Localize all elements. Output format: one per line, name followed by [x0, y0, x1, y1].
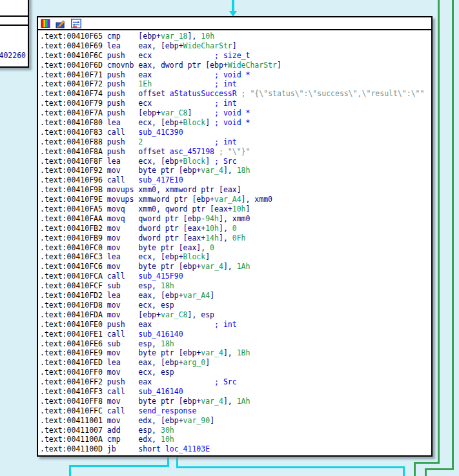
graph-edge-incoming-line [232, 0, 234, 12]
node-toolbar [38, 17, 431, 30]
code-line[interactable]: .text:00410F9E movups xmmword ptr [ebp+v… [40, 195, 431, 204]
code-line[interactable]: .text:00410F74 push offset aStatusSucces… [40, 89, 431, 99]
code-line[interactable]: .text:00410FE0 push eax ; int [40, 320, 431, 330]
code-line[interactable]: .text:00410F65 cmp [ebp+var_18], 10h [40, 32, 431, 41]
code-line[interactable]: .text:00410FD8 mov ecx, esp [40, 301, 431, 310]
code-line[interactable]: .text:00410FFC call send_response [40, 406, 431, 416]
graph-edge-out-left-horizontal [69, 465, 169, 467]
code-line[interactable]: .text:00410FE9 mov byte ptr [ebp+var_4],… [40, 348, 431, 358]
graph-edge-green-outer-horizontal [414, 462, 440, 464]
code-line[interactable]: .text:00410FF3 call sub_416140 [40, 387, 431, 397]
partial-node-address-label: 402260 [0, 51, 26, 60]
code-line[interactable]: .text:00410F71 push eax ; void * [40, 70, 431, 80]
code-line[interactable]: .text:00410FF8 mov byte ptr [ebp+var_4],… [40, 397, 431, 406]
code-line[interactable]: .text:00410F7A push [ebp+var_C8] ; void … [40, 108, 431, 118]
node-color-icon[interactable] [41, 19, 50, 28]
graph-edge-green-outer-down [414, 462, 416, 476]
code-line[interactable]: .text:00410F8A push offset asc_457198 ; … [40, 147, 431, 157]
graph-edge-green-outer [438, 0, 440, 464]
graph-edge-out-left-down [69, 465, 71, 476]
code-line[interactable]: .text:0041100D jb short loc_41103E [40, 444, 431, 454]
code-line[interactable]: .text:00410FE1 call sub_416140 [40, 330, 431, 339]
code-line[interactable]: .text:00410FB2 mov dword ptr [eax+10h], … [40, 224, 431, 233]
code-line[interactable]: .text:00410FAA movq qword ptr [ebp-94h],… [40, 214, 431, 224]
graph-edge-green-inner-down [425, 468, 427, 476]
code-line[interactable]: .text:00410FC3 lea ecx, [ebp+Block] [40, 252, 431, 262]
code-line[interactable]: .text:00410FED lea eax, [ebp+arg_0] [40, 358, 431, 368]
code-line[interactable]: .text:00410FC0 mov byte ptr [eax], 0 [40, 243, 431, 253]
edit-node-icon[interactable] [56, 19, 66, 28]
disassembly-node[interactable]: .text:00410F65 cmp [ebp+var_18], 10h.tex… [37, 16, 433, 457]
graph-edge-out-right-down [403, 466, 405, 476]
code-line[interactable]: .text:00410F72 push 1Eh ; int [40, 79, 431, 89]
code-line[interactable]: .text:00410F80 lea ecx, [ebp+Block] ; vo… [40, 118, 431, 128]
code-line[interactable]: .text:00410FC6 mov byte ptr [ebp+var_4],… [40, 262, 431, 272]
code-line[interactable]: .text:00410F6D cmovnb eax, dword ptr [eb… [40, 61, 431, 70]
code-line[interactable]: .text:00411001 mov edx, [ebp+var_90] [40, 416, 431, 426]
code-line[interactable]: .text:00410FCF sub esp, 18h [40, 281, 431, 291]
code-line[interactable]: .text:00410F79 push ecx ; int [40, 99, 431, 108]
disassembly-listing: .text:00410F65 cmp [ebp+var_18], 10h.tex… [38, 30, 431, 454]
graph-edge-green-inner [452, 0, 454, 470]
partial-node-divider-top [0, 15, 28, 17]
code-line[interactable]: .text:00410FA5 movq xmm0, qword ptr [eax… [40, 204, 431, 214]
code-line[interactable]: .text:00410F96 call sub_417E10 [40, 175, 431, 185]
code-line[interactable]: .text:00410FB9 mov dword ptr [eax+14h], … [40, 233, 431, 243]
graph-edge-out-right-horizontal [176, 466, 405, 468]
code-line[interactable]: .text:00410FE6 sub esp, 18h [40, 339, 431, 349]
partial-node-divider-bottom [0, 25, 28, 26]
code-line[interactable]: .text:00410FDA mov [ebp+var_C8], esp [40, 310, 431, 320]
code-line[interactable]: .text:00410F83 call sub_41C390 [40, 128, 431, 137]
code-line[interactable]: .text:0041100A cmp edx, 10h [40, 435, 431, 444]
code-line[interactable]: .text:00410F6C push ecx ; size_t [40, 51, 431, 61]
code-line[interactable]: .text:00410F92 mov byte ptr [ebp+var_4],… [40, 166, 431, 175]
graph-edge-green-inner-horizontal [425, 468, 454, 470]
code-line[interactable]: .text:00410F88 push 2 ; int [40, 137, 431, 147]
code-line[interactable]: .text:00410FF2 push eax ; Src [40, 377, 431, 387]
code-line[interactable]: .text:00410F9B movups xmm0, xmmword ptr … [40, 185, 431, 195]
code-line[interactable]: .text:00410F8F lea ecx, [ebp+Block] ; Sr… [40, 157, 431, 166]
code-line[interactable]: .text:00411007 add esp, 30h [40, 426, 431, 435]
group-node-icon[interactable] [71, 19, 81, 28]
partial-node-left[interactable]: 402260 [0, 0, 29, 68]
code-line[interactable]: .text:00410FD2 lea eax, [ebp+var_A4] [40, 291, 431, 301]
code-line[interactable]: .text:00410FCA call sub_415F90 [40, 272, 431, 281]
code-line[interactable]: .text:00410FF0 mov ecx, esp [40, 368, 431, 377]
code-line[interactable]: .text:00410F69 lea eax, [ebp+WideCharStr… [40, 41, 431, 51]
